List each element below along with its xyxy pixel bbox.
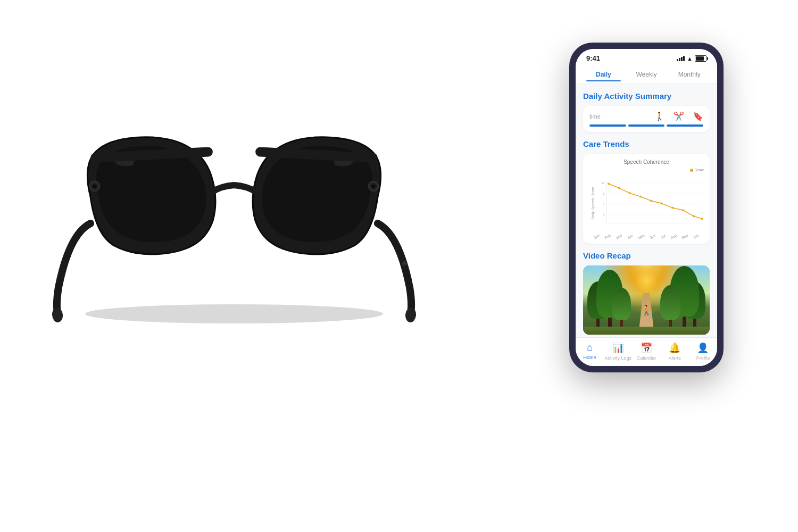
tab-weekly[interactable]: Weekly — [625, 69, 668, 81]
nav-home[interactable]: ⌂ Home — [576, 342, 604, 361]
time-label: time — [589, 113, 601, 120]
nav-activity-logs[interactable]: 📊 Activity Logs — [604, 342, 632, 361]
progress-bar-1 — [589, 124, 626, 127]
x-label-aug: Aug — [670, 233, 677, 239]
svg-point-26 — [650, 200, 652, 202]
chart-title: Speech Coherence — [588, 159, 704, 165]
x-label-sep: Sep — [681, 233, 688, 239]
chart-x-labels: Jan Feb Mar Apr May Jun Jul Aug Sep Oct — [588, 235, 704, 238]
x-label-jan: Jan — [593, 234, 600, 240]
svg-point-23 — [618, 187, 620, 189]
activity-icon-group: 🚶 ✂️ 🔖 — [654, 111, 703, 121]
nav-calendar[interactable]: 📅 Calendar — [632, 342, 660, 361]
x-label-jul: Jul — [660, 234, 666, 239]
status-icons: ▲ — [677, 55, 706, 62]
activity-logs-icon: 📊 — [612, 342, 624, 354]
care-trends-chart: Speech Coherence Score Daily Speech Scor… — [583, 154, 710, 244]
tree-mid-left — [612, 288, 631, 329]
svg-point-22 — [608, 183, 610, 185]
signal-icon — [677, 56, 685, 61]
nav-profile[interactable]: 👤 Profile — [689, 342, 717, 361]
nav-profile-label: Profile — [696, 355, 710, 361]
phone-frame: 9:41 ▲ Daily Weekly — [569, 43, 724, 372]
alerts-icon: 🔔 — [669, 342, 680, 354]
legend-dot — [690, 169, 693, 172]
svg-text:10: 10 — [602, 182, 604, 185]
status-bar: 9:41 ▲ — [576, 49, 717, 65]
x-label-may: May — [637, 233, 645, 240]
svg-point-25 — [639, 196, 642, 198]
x-label-oct: Oct — [693, 234, 700, 240]
nav-calendar-label: Calendar — [637, 355, 656, 361]
tab-daily[interactable]: Daily — [582, 69, 625, 81]
x-label-jun: Jun — [649, 234, 656, 240]
video-scene: 🚶 — [583, 265, 710, 335]
svg-point-10 — [372, 185, 375, 188]
scissors-icon: ✂️ — [674, 111, 684, 121]
bottom-nav-bar: ⌂ Home 📊 Activity Logs 📅 Calendar 🔔 Aler… — [576, 337, 717, 366]
svg-point-31 — [701, 218, 703, 220]
profile-icon: 👤 — [697, 342, 709, 354]
svg-text:♣: ♣ — [402, 259, 408, 268]
phone-screen: 9:41 ▲ Daily Weekly — [576, 49, 717, 366]
activity-summary-card: time 🚶 ✂️ 🔖 — [583, 106, 710, 132]
ground — [583, 327, 710, 335]
svg-text:6: 6 — [603, 203, 604, 206]
nav-alerts[interactable]: 🔔 Alerts — [661, 342, 689, 361]
phone-device: 9:41 ▲ Daily Weekly — [569, 43, 724, 372]
battery-icon — [695, 55, 706, 62]
tree-mid-right — [660, 285, 680, 329]
progress-bar-2 — [628, 124, 665, 127]
walk-icon: 🚶 — [654, 111, 665, 121]
glasses-image: ♣ — [32, 64, 436, 383]
person-silhouette: 🚶 — [641, 304, 652, 316]
chart-legend: Score — [588, 168, 704, 172]
x-label-feb: Feb — [604, 233, 611, 239]
status-time: 9:41 — [586, 54, 600, 62]
period-tab-bar: Daily Weekly Monthly — [576, 65, 717, 84]
main-content: Daily Activity Summary time 🚶 ✂️ 🔖 — [576, 84, 717, 337]
svg-point-24 — [629, 192, 631, 194]
svg-point-30 — [693, 215, 695, 217]
activity-icons-row: time 🚶 ✂️ 🔖 — [589, 111, 703, 121]
nav-home-label: Home — [584, 355, 596, 360]
video-recap-title: Video Recap — [583, 251, 710, 260]
activity-summary-title: Daily Activity Summary — [583, 92, 710, 101]
nav-activity-label: Activity Logs — [605, 355, 632, 361]
care-trends-title: Care Trends — [583, 139, 710, 148]
calendar-icon: 📅 — [641, 342, 652, 354]
sun-effect — [630, 265, 662, 297]
chart-wrapper: Daily Speech Score — [588, 173, 704, 234]
wifi-icon: ▲ — [687, 55, 693, 62]
legend-label: Score — [695, 168, 704, 172]
svg-point-0 — [85, 304, 383, 323]
video-thumbnail[interactable]: 🚶 — [583, 265, 710, 335]
progress-bar-3 — [667, 124, 703, 127]
x-label-apr: Apr — [627, 234, 634, 240]
bookmark-icon: 🔖 — [693, 111, 703, 121]
svg-point-27 — [661, 202, 663, 204]
video-recap-section: Video Recap — [583, 251, 710, 335]
activity-progress-bars — [589, 124, 703, 127]
care-trends-section: Care Trends Speech Coherence Score Daily… — [583, 139, 710, 244]
svg-text:8: 8 — [603, 193, 604, 195]
x-label-mar: Mar — [616, 233, 623, 239]
chart-svg: 10 8 6 4 — [602, 173, 704, 231]
nav-alerts-label: Alerts — [669, 355, 681, 361]
tab-monthly[interactable]: Monthly — [668, 69, 711, 81]
home-icon: ⌂ — [587, 342, 593, 353]
svg-text:4: 4 — [603, 214, 604, 217]
y-axis-label: Daily Speech Score — [591, 187, 595, 219]
svg-point-7 — [93, 185, 96, 188]
svg-point-29 — [682, 209, 684, 211]
svg-point-28 — [671, 206, 674, 209]
